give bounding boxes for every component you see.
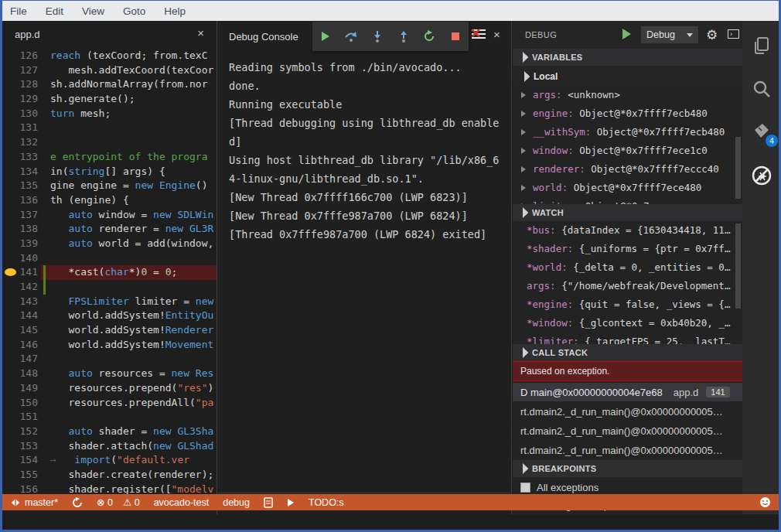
code-line[interactable]: 142 — [2, 280, 217, 295]
line-number: 155 — [2, 468, 38, 483]
checkbox[interactable] — [520, 483, 530, 493]
menu-item-edit[interactable]: Edit — [46, 5, 63, 17]
scope-local[interactable]: Local — [513, 67, 742, 86]
section-breakpoints[interactable]: BREAKPOINTS — [513, 460, 742, 477]
step-into-icon[interactable] — [369, 28, 386, 45]
code-line[interactable]: 140 — [2, 251, 217, 266]
step-out-icon[interactable] — [395, 28, 412, 45]
watch-row[interactable]: *world: {_delta = 0, _entities = 0… — [513, 258, 742, 277]
code-line[interactable]: 143 FPSLimiter limiter = new — [2, 295, 217, 309]
section-call-stack[interactable]: CALL STACK — [513, 344, 742, 361]
status-item-debug[interactable]: debug — [223, 497, 250, 508]
code-line[interactable]: 138 auto renderer = new GL3R — [2, 222, 217, 237]
restart-icon[interactable] — [421, 28, 438, 45]
debug-config-dropdown[interactable]: Debug — [641, 26, 698, 43]
open-console-icon[interactable]: › — [728, 29, 739, 39]
code-line[interactable]: 146 world.addSystem!Movement — [2, 338, 217, 353]
disclosure-icon — [521, 185, 526, 191]
status-item[interactable] — [287, 498, 295, 507]
watch-row[interactable]: *engine: {quit = false, _views = {… — [513, 295, 742, 314]
stack-frame[interactable]: D main@0x00000000004e7e68app.d141 — [513, 383, 742, 401]
stop-icon[interactable] — [447, 28, 464, 45]
code-line[interactable]: 132 — [2, 135, 217, 150]
watch-row[interactable]: args: {"/home/webfreak/Development… — [513, 277, 742, 295]
code-line[interactable]: 144 world.addSystem!EntityOu — [2, 309, 217, 323]
tab-app-d[interactable]: app.d × — [2, 21, 217, 47]
tab-close-icon[interactable]: × — [197, 26, 204, 39]
variable-value: <unknown> — [568, 89, 620, 101]
code-line[interactable]: 133e entrypoint of the progra — [2, 150, 217, 165]
sidebar-header: DEBUG Debug ⚙ › — [513, 21, 742, 49]
line-number: 137 — [2, 208, 38, 223]
code-line[interactable]: 139 auto world = add(window, — [2, 237, 217, 251]
menu-item-file[interactable]: File — [10, 5, 27, 17]
source-control-icon[interactable]: 4 — [751, 121, 772, 143]
variable-row[interactable]: __withSym: Object@*0x7ffff7ecb480 — [513, 123, 742, 142]
variable-row[interactable]: window: Object@*0x7ffff7ece1c0 — [513, 142, 742, 160]
variable-row[interactable]: limiter: Object@*0x7... — [513, 197, 742, 204]
clear-console-icon[interactable]: ✕ — [472, 28, 487, 42]
code-text: world.addSystem!EntityOu — [50, 309, 213, 323]
code-line[interactable]: 135gine engine = new Engine() — [2, 179, 217, 193]
debug-icon[interactable] — [751, 165, 772, 186]
code-line[interactable]: 147 — [2, 352, 217, 367]
watch-row[interactable]: *shader: {_uniforms = {ptr = 0x7ff… — [513, 240, 742, 258]
menu-item-help[interactable]: Help — [164, 5, 186, 17]
explorer-icon[interactable] — [751, 35, 772, 56]
code-line[interactable]: 149 resources.prepend("res") — [2, 381, 217, 396]
code-line[interactable]: 148 auto resources = new Res — [2, 367, 217, 381]
status-item[interactable]: ⊗ 0⚠ 0 — [97, 496, 140, 508]
stack-frame[interactable]: rt.dmain2._d_run_main()@0x00000000005… — [513, 421, 742, 440]
code-line[interactable]: 141 *cast(char*)0 = 0; — [2, 265, 217, 280]
code-line[interactable]: 136th (engine) { — [2, 193, 217, 208]
status-item[interactable] — [72, 497, 83, 508]
code-text: sh.addNormalArray(from.nor — [50, 77, 208, 92]
line-number: 144 — [2, 309, 38, 323]
variable-row[interactable]: world: Object@*0x7ffff7ece480 — [513, 179, 742, 197]
close-panel-icon[interactable]: × — [493, 28, 500, 41]
code-area[interactable]: 126reach (texCoord; from.texC127 mesh.ad… — [2, 49, 217, 514]
code-line[interactable]: 150 resources.prependAll("pa — [2, 396, 217, 411]
code-line[interactable]: 154→ import("default.ver — [2, 453, 217, 468]
menu-item-goto[interactable]: Goto — [123, 5, 145, 17]
code-line[interactable]: 129sh.generate(); — [2, 92, 217, 107]
code-line[interactable]: 137 auto window = new SDLWin — [2, 208, 217, 223]
gear-icon[interactable]: ⚙ — [706, 27, 718, 43]
watch-row[interactable]: *limiter: {_targetFPS = 25, _lastT… — [513, 332, 742, 344]
code-line[interactable]: 134in(string[] args) { — [2, 165, 217, 179]
code-line[interactable]: 131 — [2, 121, 217, 135]
code-line[interactable]: 145 world.addSystem!Renderer — [2, 323, 217, 338]
variable-row[interactable]: renderer: Object@*0x7ffff7eccc40 — [513, 160, 742, 179]
scope-label: Local — [534, 71, 558, 82]
branch-icon — [10, 497, 21, 508]
scrollbar-thumb[interactable] — [735, 223, 741, 309]
code-text: auto world = add(window, — [50, 237, 213, 251]
code-line[interactable]: 155 shader.create(renderer); — [2, 468, 217, 483]
variable-row[interactable]: args: <unknown> — [513, 86, 742, 104]
stack-frame[interactable]: rt.dmain2._d_run_main()@0x00000000005… — [513, 402, 742, 421]
search-icon[interactable] — [751, 78, 772, 100]
code-line[interactable]: 130turn mesh; — [2, 107, 217, 121]
section-watch[interactable]: WATCH — [513, 204, 742, 221]
code-line[interactable]: 128sh.addNormalArray(from.nor — [2, 77, 217, 92]
step-over-icon[interactable] — [343, 28, 360, 45]
status-item-TODOs[interactable]: TODO:s — [309, 497, 344, 508]
variable-row[interactable]: engine: Object@*0x7ffff7ecb480 — [513, 104, 742, 123]
smiley-icon[interactable] — [759, 496, 771, 508]
watch-row[interactable]: *window: {_glcontext = 0xb40b20, _… — [513, 314, 742, 332]
code-line[interactable]: 152 auto shader = new GL3Sha — [2, 425, 217, 439]
code-line[interactable]: 127 mesh.addTexCoord(texCoor — [2, 63, 217, 78]
code-line[interactable]: 153 shader.attach(new GLShad — [2, 439, 217, 454]
menu-item-view[interactable]: View — [82, 5, 104, 17]
code-line[interactable]: 126reach (texCoord; from.texC — [2, 49, 217, 63]
continue-icon[interactable] — [317, 28, 334, 45]
section-variables[interactable]: VARIABLES — [513, 49, 742, 66]
status-item[interactable] — [264, 497, 273, 508]
stack-frame[interactable]: rt.dmain2._d_run_main()@0x00000000005… — [513, 441, 742, 459]
status-item-avocadotest[interactable]: avocado-test — [154, 497, 210, 508]
watch-row[interactable]: *bus: {dataIndex = {1630434418, 11… — [513, 221, 742, 240]
code-line[interactable]: 151 — [2, 410, 217, 425]
status-item-master[interactable]: master* — [10, 497, 58, 508]
scrollbar-thumb[interactable] — [735, 137, 741, 199]
start-debug-button[interactable] — [622, 29, 631, 39]
